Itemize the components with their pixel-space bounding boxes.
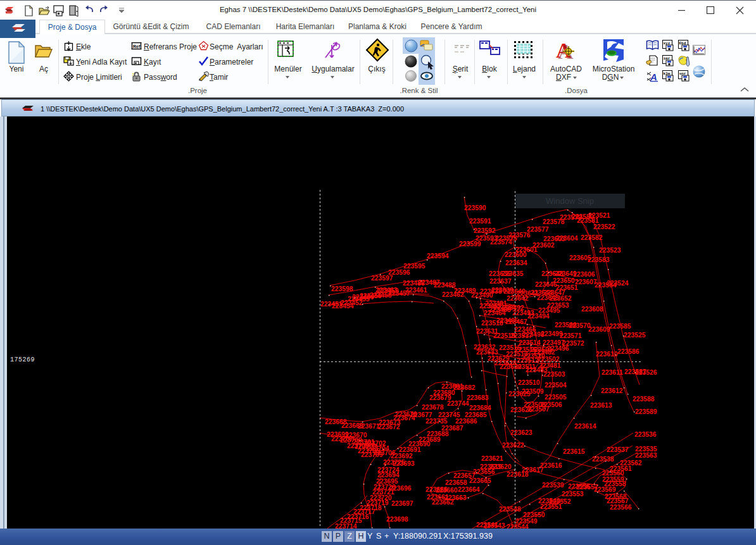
svg-text:223461: 223461 bbox=[405, 287, 427, 294]
svg-text:223536: 223536 bbox=[634, 431, 657, 438]
svg-text:223482: 223482 bbox=[533, 349, 555, 356]
svg-text:223505: 223505 bbox=[545, 394, 567, 401]
svg-text:223582: 223582 bbox=[581, 234, 603, 241]
svg-text:223686: 223686 bbox=[455, 418, 477, 425]
svg-text:223590: 223590 bbox=[464, 204, 486, 211]
svg-text:223631: 223631 bbox=[476, 328, 498, 335]
svg-text:223548: 223548 bbox=[499, 506, 521, 513]
svg-text:223656: 223656 bbox=[473, 468, 495, 475]
svg-text:223570: 223570 bbox=[569, 322, 591, 329]
svg-text:223600: 223600 bbox=[505, 251, 527, 258]
svg-text:223613: 223613 bbox=[590, 402, 612, 409]
svg-text:223664: 223664 bbox=[458, 486, 480, 493]
svg-text:223594: 223594 bbox=[427, 253, 449, 260]
svg-text:223463: 223463 bbox=[479, 303, 501, 310]
svg-text:223514: 223514 bbox=[519, 339, 541, 346]
svg-text:223452: 223452 bbox=[341, 299, 363, 306]
svg-text:223488: 223488 bbox=[434, 282, 456, 289]
svg-text:snr: snr bbox=[679, 72, 686, 76]
svg-text:223658: 223658 bbox=[445, 479, 467, 486]
svg-text:223610: 223610 bbox=[596, 351, 618, 358]
svg-text:223591: 223591 bbox=[469, 218, 491, 225]
svg-text:223498: 223498 bbox=[522, 331, 545, 338]
svg-text:223544: 223544 bbox=[507, 523, 529, 529]
svg-text:223608: 223608 bbox=[581, 306, 603, 313]
svg-text:175269: 175269 bbox=[10, 356, 35, 363]
svg-text:223744: 223744 bbox=[447, 400, 469, 407]
svg-text:223503: 223503 bbox=[543, 371, 565, 378]
svg-text:223684: 223684 bbox=[469, 404, 491, 411]
svg-text:223665: 223665 bbox=[469, 477, 491, 484]
svg-text:223611: 223611 bbox=[602, 369, 623, 376]
svg-text:223660: 223660 bbox=[436, 487, 458, 494]
svg-text:223504: 223504 bbox=[545, 382, 567, 389]
svg-text:223633: 223633 bbox=[476, 349, 498, 356]
svg-text:223593: 223593 bbox=[476, 235, 498, 242]
svg-text:k3m: k3m bbox=[664, 72, 671, 76]
svg-text:223683: 223683 bbox=[467, 394, 489, 401]
svg-text:223618: 223618 bbox=[507, 471, 529, 478]
svg-text:223698: 223698 bbox=[386, 516, 408, 523]
svg-text:Ebd: Ebd bbox=[679, 41, 686, 46]
svg-text:223637: 223637 bbox=[489, 278, 512, 285]
svg-text:imr: imr bbox=[664, 56, 671, 61]
svg-text:223735: 223735 bbox=[425, 418, 448, 425]
svg-text:223634: 223634 bbox=[505, 260, 527, 266]
svg-text:223556: 223556 bbox=[568, 483, 590, 490]
svg-text:223494: 223494 bbox=[527, 313, 550, 320]
svg-text:223451: 223451 bbox=[320, 301, 343, 308]
svg-text:223621: 223621 bbox=[481, 455, 503, 462]
svg-text:223589: 223589 bbox=[635, 408, 657, 415]
svg-text:223463: 223463 bbox=[375, 287, 398, 294]
svg-text:223623: 223623 bbox=[510, 429, 532, 436]
svg-text:223578: 223578 bbox=[543, 218, 565, 225]
svg-text:223597: 223597 bbox=[371, 275, 393, 282]
svg-text:223523: 223523 bbox=[599, 247, 621, 254]
svg-text:223543: 223543 bbox=[483, 522, 505, 529]
svg-text:223583: 223583 bbox=[588, 256, 610, 263]
svg-text:223652: 223652 bbox=[550, 295, 572, 302]
svg-text:223553: 223553 bbox=[562, 491, 584, 498]
svg-text:223588: 223588 bbox=[633, 396, 655, 403]
svg-text:223563: 223563 bbox=[635, 452, 657, 459]
svg-text:223564: 223564 bbox=[595, 282, 617, 289]
svg-text:xyz: xyz bbox=[664, 41, 671, 46]
svg-text:223586: 223586 bbox=[617, 348, 639, 355]
svg-text:223462: 223462 bbox=[442, 291, 464, 298]
svg-text:223569: 223569 bbox=[594, 486, 616, 493]
svg-text:223678: 223678 bbox=[422, 404, 444, 411]
svg-text:223585: 223585 bbox=[609, 323, 631, 330]
svg-text:223598: 223598 bbox=[331, 285, 353, 292]
svg-text:223697: 223697 bbox=[391, 500, 413, 507]
svg-text:223615: 223615 bbox=[563, 448, 585, 455]
svg-text:223525: 223525 bbox=[624, 332, 646, 339]
svg-text:A: A bbox=[650, 72, 657, 82]
svg-text:223671: 223671 bbox=[358, 423, 380, 430]
svg-text:223537: 223537 bbox=[607, 446, 629, 453]
svg-text:223539: 223539 bbox=[542, 482, 564, 489]
svg-text:223518: 223518 bbox=[481, 320, 503, 327]
svg-text:223571: 223571 bbox=[560, 332, 582, 339]
svg-text:Window Snip: Window Snip bbox=[546, 196, 594, 206]
svg-text:223467: 223467 bbox=[505, 318, 527, 325]
svg-text:223509: 223509 bbox=[522, 388, 544, 395]
svg-text:Ref: Ref bbox=[133, 44, 141, 49]
svg-text:223592: 223592 bbox=[474, 227, 496, 234]
svg-text:223622: 223622 bbox=[502, 442, 524, 449]
svg-text:223635: 223635 bbox=[501, 270, 524, 277]
svg-text:223609: 223609 bbox=[588, 326, 610, 333]
svg-text:223714: 223714 bbox=[335, 523, 357, 529]
svg-text:223510: 223510 bbox=[518, 379, 540, 386]
svg-text:223551: 223551 bbox=[540, 503, 562, 510]
svg-text:223626: 223626 bbox=[510, 406, 532, 413]
svg-text:223538: 223538 bbox=[592, 456, 614, 463]
svg-text:223526: 223526 bbox=[635, 369, 657, 376]
svg-text:223606: 223606 bbox=[573, 271, 595, 278]
svg-text:223646: 223646 bbox=[535, 281, 557, 288]
svg-text:223566: 223566 bbox=[610, 504, 632, 511]
svg-text:223628: 223628 bbox=[495, 360, 517, 366]
svg-text:223607: 223607 bbox=[575, 279, 597, 285]
svg-text:223612: 223612 bbox=[601, 387, 623, 394]
svg-text:223672: 223672 bbox=[378, 423, 400, 430]
svg-text:223662: 223662 bbox=[432, 499, 454, 506]
